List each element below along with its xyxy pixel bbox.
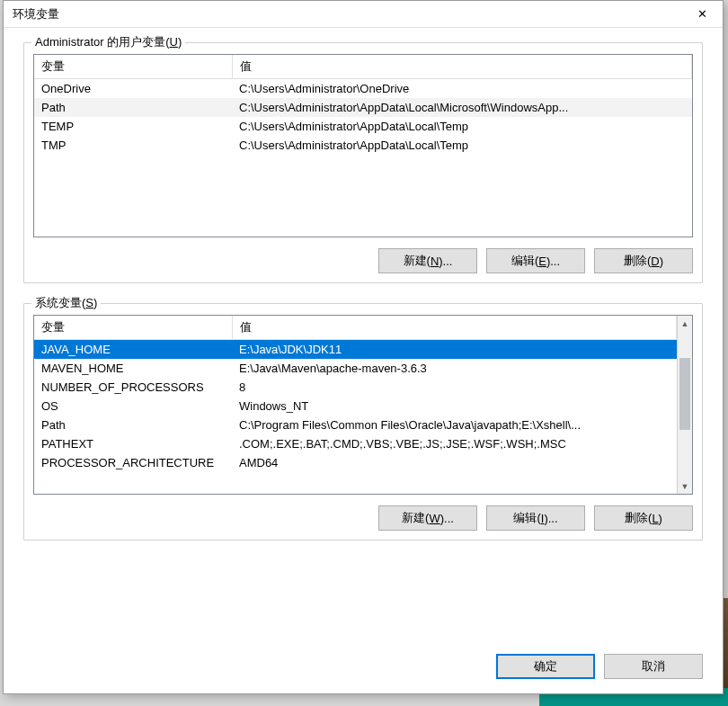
user-variables-label: Administrator 的用户变量(U) bbox=[31, 34, 185, 50]
table-row[interactable]: JAVA_HOMEE:\Java\JDK\JDK11 bbox=[34, 340, 677, 360]
user-variables-group: Administrator 的用户变量(U) 变量 值 OneDriveC:\U… bbox=[23, 42, 703, 283]
system-delete-button[interactable]: 删除(L) bbox=[594, 505, 693, 531]
variable-name-cell: NUMBER_OF_PROCESSORS bbox=[34, 378, 232, 397]
variable-name-cell: TMP bbox=[34, 136, 232, 155]
dialog-body: Administrator 的用户变量(U) 变量 值 OneDriveC:\U… bbox=[4, 28, 723, 647]
table-row[interactable]: OSWindows_NT bbox=[34, 397, 677, 416]
variable-value-cell: Windows_NT bbox=[232, 397, 677, 416]
table-row[interactable]: PathC:\Program Files\Common Files\Oracle… bbox=[34, 416, 677, 434]
variable-value-cell: E:\Java\Maven\apache-maven-3.6.3 bbox=[232, 359, 677, 378]
titlebar: 环境变量 ✕ bbox=[4, 1, 723, 28]
user-delete-button[interactable]: 删除(D) bbox=[594, 248, 693, 273]
variable-name-cell: PATHEXT bbox=[34, 434, 232, 453]
system-new-button[interactable]: 新建(W)... bbox=[378, 505, 477, 531]
variable-name-cell: TEMP bbox=[34, 117, 232, 136]
user-new-button[interactable]: 新建(N)... bbox=[378, 248, 477, 273]
table-header-row[interactable]: 变量 值 bbox=[34, 55, 692, 79]
table-row[interactable]: TEMPC:\Users\Administrator\AppData\Local… bbox=[34, 117, 692, 136]
user-edit-button[interactable]: 编辑(E)... bbox=[486, 248, 585, 273]
table-row[interactable]: PROCESSOR_ARCHITECTUREAMD64 bbox=[34, 453, 677, 472]
system-edit-button[interactable]: 编辑(I)... bbox=[486, 505, 585, 531]
table-row[interactable]: MAVEN_HOMEE:\Java\Maven\apache-maven-3.6… bbox=[34, 359, 677, 378]
system-variables-group: 系统变量(S) 变量 值 JAVA_HOMEE:\Java\JDK\JDK11M… bbox=[23, 303, 703, 541]
column-header-variable[interactable]: 变量 bbox=[34, 55, 232, 79]
variable-name-cell: JAVA_HOME bbox=[34, 340, 232, 360]
table-row[interactable]: OneDriveC:\Users\Administrator\OneDrive bbox=[34, 79, 692, 99]
column-header-value[interactable]: 值 bbox=[232, 55, 692, 79]
close-icon: ✕ bbox=[697, 7, 707, 21]
variable-name-cell: MAVEN_HOME bbox=[34, 359, 232, 378]
table-header-row[interactable]: 变量 值 bbox=[34, 316, 677, 340]
system-variables-label: 系统变量(S) bbox=[31, 295, 101, 311]
scroll-thumb[interactable] bbox=[679, 358, 690, 430]
variable-name-cell: Path bbox=[34, 98, 232, 117]
cancel-button[interactable]: 取消 bbox=[604, 654, 703, 679]
system-variables-table[interactable]: 变量 值 JAVA_HOMEE:\Java\JDK\JDK11MAVEN_HOM… bbox=[33, 315, 693, 495]
variable-value-cell: AMD64 bbox=[232, 453, 677, 472]
scrollbar[interactable]: ▲ ▼ bbox=[677, 316, 692, 494]
variable-value-cell: .COM;.EXE;.BAT;.CMD;.VBS;.VBE;.JS;.JSE;.… bbox=[232, 434, 677, 453]
variable-value-cell: C:\Users\Administrator\AppData\Local\Mic… bbox=[232, 98, 692, 117]
column-header-value[interactable]: 值 bbox=[232, 316, 677, 340]
table-row[interactable]: TMPC:\Users\Administrator\AppData\Local\… bbox=[34, 136, 692, 155]
variable-name-cell: OneDrive bbox=[34, 79, 232, 99]
variable-name-cell: OS bbox=[34, 397, 232, 416]
scroll-down-icon[interactable]: ▼ bbox=[678, 478, 692, 494]
variable-name-cell: Path bbox=[34, 416, 232, 434]
variable-value-cell: E:\Java\JDK\JDK11 bbox=[232, 340, 677, 360]
table-row[interactable]: PathC:\Users\Administrator\AppData\Local… bbox=[34, 98, 692, 117]
scroll-up-icon[interactable]: ▲ bbox=[678, 316, 692, 331]
variable-value-cell: 8 bbox=[232, 378, 677, 397]
window-title: 环境变量 bbox=[13, 6, 681, 22]
system-button-row: 新建(W)... 编辑(I)... 删除(L) bbox=[33, 505, 693, 531]
column-header-variable[interactable]: 变量 bbox=[34, 316, 232, 340]
variable-value-cell: C:\Program Files\Common Files\Oracle\Jav… bbox=[232, 416, 677, 434]
table-row[interactable]: NUMBER_OF_PROCESSORS8 bbox=[34, 378, 677, 397]
variable-value-cell: C:\Users\Administrator\OneDrive bbox=[232, 79, 692, 99]
variable-value-cell: C:\Users\Administrator\AppData\Local\Tem… bbox=[232, 117, 692, 136]
user-variables-table[interactable]: 变量 值 OneDriveC:\Users\Administrator\OneD… bbox=[33, 54, 693, 237]
table-row[interactable]: PATHEXT.COM;.EXE;.BAT;.CMD;.VBS;.VBE;.JS… bbox=[34, 434, 677, 453]
close-button[interactable]: ✕ bbox=[681, 1, 723, 28]
ok-button[interactable]: 确定 bbox=[496, 654, 595, 679]
variable-value-cell: C:\Users\Administrator\AppData\Local\Tem… bbox=[232, 136, 692, 155]
system-table-scrollwrap: 变量 值 JAVA_HOMEE:\Java\JDK\JDK11MAVEN_HOM… bbox=[33, 315, 693, 495]
env-vars-dialog: 环境变量 ✕ Administrator 的用户变量(U) 变量 值 bbox=[3, 0, 724, 694]
user-button-row: 新建(N)... 编辑(E)... 删除(D) bbox=[33, 248, 693, 273]
variable-name-cell: PROCESSOR_ARCHITECTURE bbox=[34, 453, 232, 472]
dialog-footer: 确定 取消 bbox=[4, 647, 723, 693]
scroll-track[interactable] bbox=[678, 331, 692, 478]
